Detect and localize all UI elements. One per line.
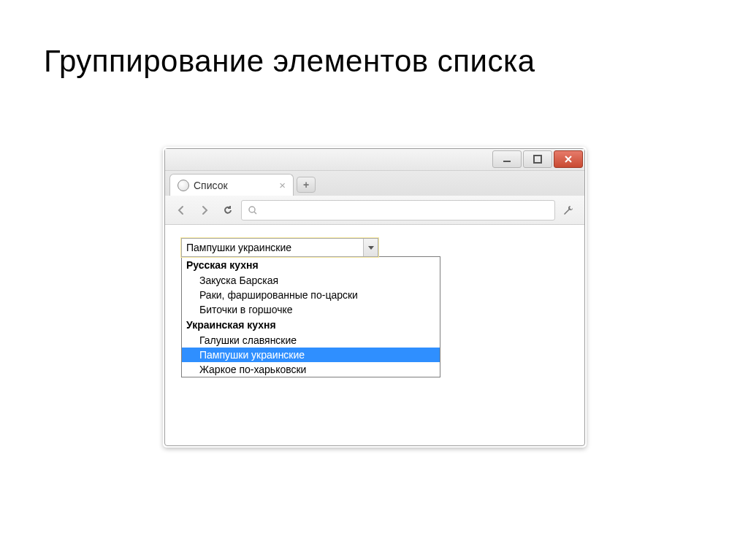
tab-close-icon[interactable]: × [279,180,286,191]
slide-title: Группирование элементов списка [44,44,535,79]
browser-window: Список × + Пампушки украинские Русская к… [164,148,585,446]
chevron-down-icon[interactable] [363,239,378,256]
settings-button[interactable] [558,200,579,220]
forward-button[interactable] [194,200,215,220]
browser-tab[interactable]: Список × [169,174,294,196]
select-value: Пампушки украинские [182,242,363,253]
svg-point-2 [249,207,255,212]
select-option[interactable]: Раки, фаршированные по-царски [182,288,440,302]
tab-title: Список [194,180,228,191]
reload-button[interactable] [218,200,238,220]
optgroup-label: Русская кухня [182,257,440,273]
page-viewport: Пампушки украинские Русская кухняЗакуска… [165,225,584,391]
maximize-button[interactable] [523,150,552,168]
select-option[interactable]: Галушки славянские [182,333,440,348]
close-button[interactable] [554,150,583,168]
browser-toolbar [165,196,584,225]
tab-strip: Список × + [165,171,584,196]
svg-rect-0 [503,161,511,162]
optgroup-label: Украинская кухня [182,317,440,333]
svg-rect-1 [534,156,541,163]
globe-icon [178,180,189,191]
wrench-icon [562,204,575,217]
window-controls [492,150,583,168]
window-titlebar[interactable] [165,149,584,171]
search-icon [248,205,258,215]
address-bar[interactable] [241,200,555,220]
select-option[interactable]: Пампушки украинские [182,348,440,362]
select-dropdown: Русская кухняЗакуска БарскаяРаки, фаршир… [181,256,440,377]
minimize-button[interactable] [492,150,522,168]
select-option[interactable]: Закуска Барская [182,273,440,288]
select-option[interactable]: Жаркое по-харьковски [182,362,440,377]
select-option[interactable]: Биточки в горшочке [182,302,440,317]
new-tab-button[interactable]: + [297,177,316,193]
back-button[interactable] [171,200,191,220]
select-combobox[interactable]: Пампушки украинские [181,238,378,257]
